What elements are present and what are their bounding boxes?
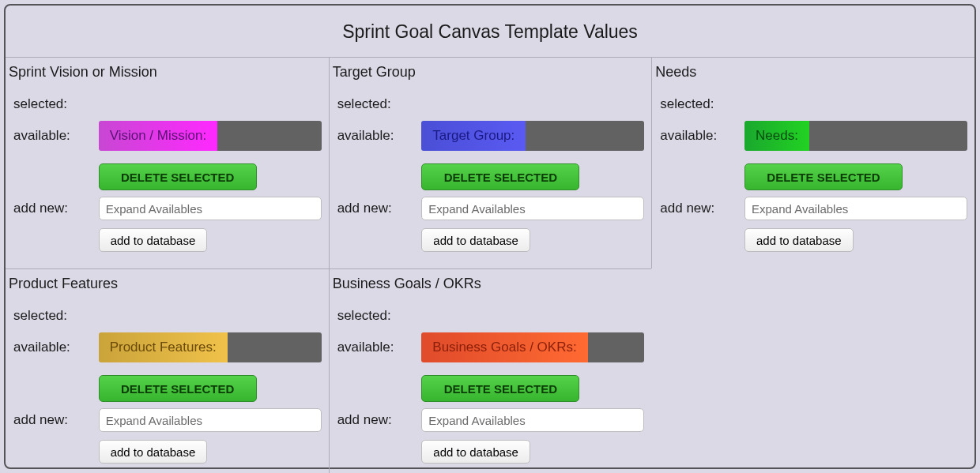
panel-heading: Needs: [655, 64, 968, 81]
chip-remainder: [809, 121, 967, 151]
page-title: Sprint Goal Canvas Template Values: [6, 21, 974, 43]
chip-label: Target Group:: [421, 121, 526, 151]
chip-remainder: [526, 121, 644, 151]
panel-needs: Needs selected: available: Needs: DELETE…: [651, 57, 974, 268]
available-label: available:: [9, 332, 98, 363]
add-to-database-button[interactable]: add to database: [99, 440, 208, 464]
add-new-label: add new:: [655, 196, 744, 221]
panel-goals: Business Goals / OKRs selected: availabl…: [329, 268, 652, 473]
panel-heading: Target Group: [333, 64, 646, 81]
available-chip[interactable]: Needs:: [744, 121, 967, 151]
chip-remainder: [588, 332, 645, 362]
add-new-input[interactable]: [99, 197, 322, 220]
available-chip[interactable]: Target Group:: [421, 121, 644, 151]
add-to-database-button[interactable]: add to database: [99, 228, 208, 252]
available-label: available:: [333, 120, 421, 152]
chip-remainder: [217, 121, 321, 151]
selected-value: [420, 305, 645, 327]
chip-label: Business Goals / OKRs:: [421, 332, 587, 362]
chip-label: Product Features:: [99, 332, 228, 362]
delete-selected-button[interactable]: DELETE SELECTED: [744, 163, 903, 190]
app-frame: Sprint Goal Canvas Template Values Sprin…: [4, 4, 976, 469]
available-chip[interactable]: Vision / Mission:: [99, 121, 322, 151]
selected-label: selected:: [9, 305, 98, 327]
add-new-input[interactable]: [421, 197, 644, 220]
delete-selected-button[interactable]: DELETE SELECTED: [421, 163, 579, 190]
selected-value: [98, 305, 322, 327]
panel-heading: Business Goals / OKRs: [333, 276, 646, 292]
selected-value: [98, 93, 322, 115]
add-new-label: add new:: [333, 196, 421, 221]
available-chip[interactable]: Business Goals / OKRs:: [421, 332, 644, 362]
delete-selected-button[interactable]: DELETE SELECTED: [99, 163, 257, 190]
panel-heading: Sprint Vision or Mission: [9, 64, 322, 81]
selected-label: selected:: [9, 93, 98, 115]
selected-label: selected:: [655, 93, 744, 115]
add-new-label: add new:: [333, 407, 421, 433]
chip-label: Vision / Mission:: [99, 121, 218, 151]
chip-label: Needs:: [744, 121, 809, 151]
panel-grid: Sprint Vision or Mission selected: avail…: [6, 57, 974, 473]
available-label: available:: [333, 332, 421, 363]
add-new-input[interactable]: [421, 408, 644, 432]
add-new-input[interactable]: [744, 197, 967, 220]
selected-label: selected:: [333, 93, 421, 115]
add-to-database-button[interactable]: add to database: [744, 228, 854, 252]
selected-label: selected:: [333, 305, 421, 327]
available-label: available:: [9, 120, 98, 152]
delete-selected-button[interactable]: DELETE SELECTED: [421, 375, 579, 402]
available-label: available:: [655, 120, 744, 152]
selected-value: [420, 93, 645, 115]
chip-remainder: [228, 332, 322, 362]
add-new-input[interactable]: [99, 408, 322, 432]
panel-features: Product Features selected: available: Pr…: [6, 268, 329, 473]
add-new-label: add new:: [9, 196, 98, 221]
delete-selected-button[interactable]: DELETE SELECTED: [99, 375, 257, 402]
panel-target: Target Group selected: available: Target…: [329, 57, 652, 268]
selected-value: [744, 93, 968, 115]
available-chip[interactable]: Product Features:: [99, 332, 322, 362]
panel-vision: Sprint Vision or Mission selected: avail…: [6, 57, 329, 268]
add-to-database-button[interactable]: add to database: [421, 228, 530, 252]
add-new-label: add new:: [9, 407, 98, 433]
add-to-database-button[interactable]: add to database: [421, 440, 530, 464]
panel-heading: Product Features: [9, 276, 322, 292]
